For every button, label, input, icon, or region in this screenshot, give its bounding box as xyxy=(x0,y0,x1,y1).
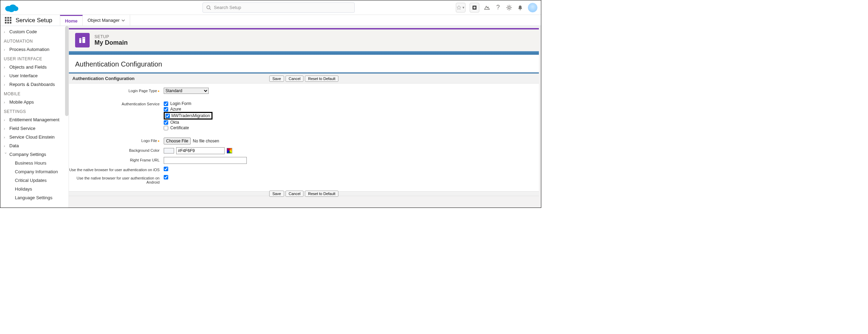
search-input[interactable]: Search Setup xyxy=(202,2,355,13)
help-button[interactable]: ? xyxy=(495,4,501,11)
band-bottom: Save Cancel Reset to Default xyxy=(69,191,539,196)
cancel-button-bottom[interactable]: Cancel xyxy=(286,191,304,197)
auth-mwtraders-label: MWTradersMigration xyxy=(171,113,210,118)
save-button-bottom[interactable]: Save xyxy=(269,191,284,197)
tree-item-reports-dashboards[interactable]: ›Reports & Dashboards xyxy=(0,80,69,89)
app-launcher[interactable] xyxy=(3,16,13,25)
tree-label: Entitlement Management xyxy=(9,117,60,122)
svg-point-19 xyxy=(520,9,521,10)
tree-label: Custom Code xyxy=(9,29,37,34)
auth-login-form-checkbox[interactable] xyxy=(164,102,168,106)
breadcrumb: SETUP xyxy=(94,34,128,39)
tree-label: Company Settings xyxy=(9,152,46,157)
header-right: ▼ ? xyxy=(456,3,537,12)
tab-object-manager[interactable]: Object Manager xyxy=(83,15,130,26)
tree-item-holidays[interactable]: Holidays xyxy=(0,185,69,193)
login-page-type-select[interactable]: Standard xyxy=(164,88,209,94)
collapse-icon: › xyxy=(4,152,8,157)
logo-file-label: Logo File● xyxy=(69,138,162,143)
expand-icon: › xyxy=(4,135,8,139)
svg-line-15 xyxy=(507,6,508,6)
help-icon[interactable]: ● xyxy=(158,139,160,143)
setup-button[interactable] xyxy=(506,4,513,11)
expand-icon: › xyxy=(4,126,8,131)
ios-native-checkbox[interactable] xyxy=(164,167,168,171)
band-title: Authentication Configuration xyxy=(72,76,135,81)
user-avatar[interactable] xyxy=(528,3,537,12)
search-icon xyxy=(206,5,211,10)
tree-item-process-automation[interactable]: ›Process Automation xyxy=(0,45,69,54)
tree-item-entitlement[interactable]: ›Entitlement Management xyxy=(0,115,69,124)
svg-point-10 xyxy=(508,7,510,9)
expand-icon: › xyxy=(4,74,8,78)
band-top: Authentication Configuration Save Cancel… xyxy=(69,73,539,84)
svg-point-4 xyxy=(207,6,210,9)
notifications-button[interactable] xyxy=(517,4,524,11)
expand-icon: › xyxy=(4,100,8,104)
tree-item-mobile-apps[interactable]: ›Mobile Apps xyxy=(0,98,69,106)
android-native-checkbox[interactable] xyxy=(164,175,168,179)
svg-line-5 xyxy=(210,9,211,10)
expand-icon: › xyxy=(4,82,8,87)
trailhead-icon xyxy=(484,5,490,11)
tree-label: Objects and Fields xyxy=(9,64,47,70)
tree-item-user-interface[interactable]: ›User Interface xyxy=(0,71,69,80)
auth-azure-checkbox[interactable] xyxy=(164,107,168,112)
context-bar: Service Setup Home Object Manager xyxy=(0,15,541,26)
auth-mwtraders-checkbox[interactable] xyxy=(165,114,170,118)
reset-button[interactable]: Reset to Default xyxy=(305,76,338,82)
help-icon: ? xyxy=(496,4,500,11)
tree-label: User Interface xyxy=(9,73,38,78)
tab-objmgr-label: Object Manager xyxy=(88,18,120,23)
svg-line-18 xyxy=(510,6,511,6)
tree-item-company-information[interactable]: Company Information xyxy=(0,167,69,176)
auth-config-card: Authentication Configuration Authenticat… xyxy=(69,55,539,196)
tree-label: Mobile Apps xyxy=(9,99,34,105)
star-icon xyxy=(456,5,461,10)
chevron-down-icon: ▼ xyxy=(462,6,465,9)
right-frame-input[interactable] xyxy=(164,157,247,164)
reset-button-bottom[interactable]: Reset to Default xyxy=(305,191,338,197)
auth-okta-checkbox[interactable] xyxy=(164,120,168,125)
color-picker-icon[interactable] xyxy=(227,148,232,153)
bg-color-label: Background Color xyxy=(69,147,162,152)
bg-color-swatch[interactable] xyxy=(164,148,174,153)
svg-point-3 xyxy=(8,7,15,12)
trailhead-button[interactable] xyxy=(483,4,490,11)
scrollbar[interactable] xyxy=(65,26,69,116)
tree-head-mobile: MOBILE xyxy=(0,89,69,98)
tree-label: Field Service xyxy=(9,126,35,131)
highlighted-mwtraders: MWTradersMigration xyxy=(164,112,213,120)
cancel-button[interactable]: Cancel xyxy=(286,76,304,82)
svg-line-16 xyxy=(510,9,511,9)
favorite-button[interactable]: ▼ xyxy=(456,3,465,12)
save-button[interactable]: Save xyxy=(269,76,284,82)
tree-item-data[interactable]: ›Data xyxy=(0,141,69,150)
content-row: ›Custom Code AUTOMATION ›Process Automat… xyxy=(0,26,541,208)
tree-item-company-settings[interactable]: ›Company Settings xyxy=(0,150,69,159)
expand-icon: › xyxy=(4,118,8,122)
page-header: SETUP My Domain xyxy=(69,29,539,51)
help-icon[interactable]: ● xyxy=(158,89,160,93)
tree-item-custom-code[interactable]: ›Custom Code xyxy=(0,27,69,36)
svg-rect-23 xyxy=(81,39,81,39)
auth-certificate-checkbox[interactable] xyxy=(164,126,168,130)
tree-item-objects-fields[interactable]: ›Objects and Fields xyxy=(0,63,69,71)
setup-tree[interactable]: ›Custom Code AUTOMATION ›Process Automat… xyxy=(0,26,69,208)
tree-label: Reports & Dashboards xyxy=(9,82,55,87)
ios-native-label: Use the native browser for user authenti… xyxy=(69,167,162,172)
tree-item-service-cloud-einstein[interactable]: ›Service Cloud Einstein xyxy=(0,133,69,141)
choose-file-button[interactable]: Choose File xyxy=(164,138,191,144)
tree-item-language-settings[interactable]: Language Settings xyxy=(0,193,69,202)
tree-item-business-hours[interactable]: Business Hours xyxy=(0,159,69,167)
tab-home[interactable]: Home xyxy=(60,15,83,26)
svg-rect-21 xyxy=(82,37,85,43)
tree-item-critical-updates[interactable]: Critical Updates xyxy=(0,176,69,185)
bg-color-input[interactable] xyxy=(176,147,225,154)
form-area: Login Page Type● Standard Authentication… xyxy=(69,84,539,191)
add-button[interactable] xyxy=(470,3,479,12)
tree-item-field-service[interactable]: ›Field Service xyxy=(0,124,69,133)
page-title: My Domain xyxy=(94,39,128,46)
svg-rect-22 xyxy=(80,39,81,39)
auth-login-form-label: Login Form xyxy=(170,101,191,106)
